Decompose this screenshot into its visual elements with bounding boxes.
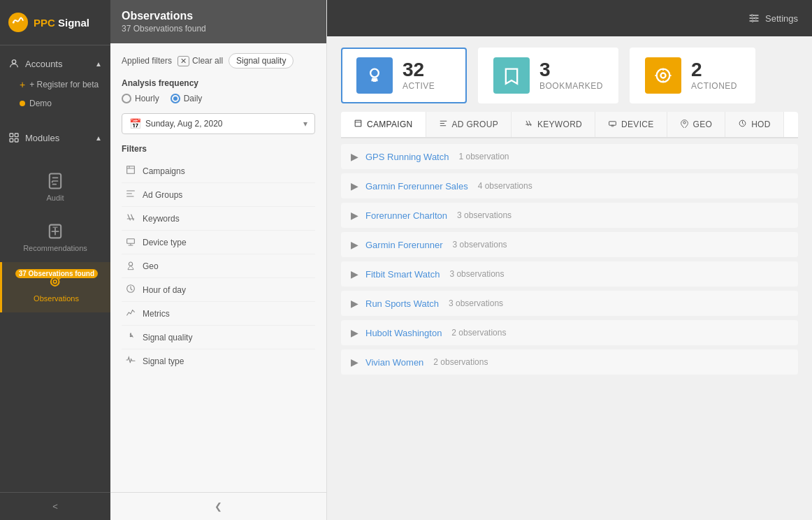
settings-btn[interactable]: Settings (748, 13, 798, 24)
campaign-list-item[interactable]: ▶ Garmin Forerunner 3 observations (341, 232, 798, 257)
modules-icon (8, 132, 20, 143)
filter-item-signal-quality[interactable]: Signal quality (122, 326, 315, 349)
tab-label-geo: Geo (693, 120, 713, 129)
accounts-section: Accounts ▲ + + Register for beta Demo (0, 45, 110, 120)
date-selector[interactable]: 📅 Sunday, Aug 2, 2020 ▾ (122, 113, 315, 134)
register-label: + Register for beta (29, 80, 99, 89)
observations-badge: 37 Observations found (15, 269, 98, 278)
tab-campaign[interactable]: Campaign (341, 112, 426, 138)
svg-rect-3 (15, 133, 18, 137)
campaign-name: Fitbit Smart Watch (365, 269, 440, 280)
tab-ad-group[interactable]: Ad Group (426, 112, 512, 137)
stats-row: 32 Active 3 Bookmarked 2 Actioned (327, 36, 812, 112)
campaign-expand-btn[interactable]: ▶ (351, 268, 358, 280)
filter-item-metrics[interactable]: Metrics (122, 302, 315, 326)
filter-tag-signal-quality[interactable]: Signal quality (229, 53, 293, 68)
stat-number-actioned: 2 (691, 60, 737, 80)
hourly-label: Hourly (135, 94, 159, 103)
tabs-row: Campaign Ad Group Keyword Device Geo HoD (341, 112, 798, 138)
clear-x-icon: ✕ (177, 56, 189, 66)
daily-label: Daily (184, 94, 203, 103)
filter-item-device-type[interactable]: Device type (122, 231, 315, 254)
accounts-header[interactable]: Accounts ▲ (0, 52, 110, 75)
svg-point-11 (129, 262, 132, 266)
daily-radio[interactable]: Daily (171, 94, 203, 103)
content-area: ▶ GPS Running Watch 1 observation ▶ Garm… (327, 138, 812, 520)
hourly-radio[interactable]: Hourly (122, 94, 159, 103)
campaign-expand-btn[interactable]: ▶ (351, 239, 358, 250)
stat-card-active[interactable]: 32 Active (341, 48, 467, 103)
filter-icon-geo (124, 259, 137, 273)
tab-icon-campaign (354, 119, 363, 130)
modules-header[interactable]: Modules ▲ (0, 127, 110, 149)
campaign-expand-btn[interactable]: ▶ (351, 327, 358, 338)
campaign-list-item[interactable]: ▶ Fitbit Smart Watch 3 observations (341, 261, 798, 287)
modules-chevron: ▲ (95, 134, 102, 142)
filter-item-signal-type[interactable]: Signal type (122, 349, 315, 373)
filter-item-ad-groups[interactable]: Ad Groups (122, 183, 315, 207)
campaign-name: GPS Running Watch (365, 152, 449, 162)
campaign-expand-btn[interactable]: ▶ (351, 180, 358, 192)
filter-panel: Observations 37 Observations found Appli… (110, 0, 327, 520)
campaign-obs-count: 2 observations (451, 328, 506, 338)
applied-filters-label: Applied filters (122, 56, 172, 66)
collapse-icon: < (52, 501, 58, 512)
topbar: Settings (327, 0, 812, 36)
sidebar-collapse-btn[interactable]: < (0, 492, 110, 520)
sidebar-item-audit[interactable]: Audit (0, 161, 110, 212)
tab-device[interactable]: Device (595, 112, 667, 137)
svg-point-8 (50, 277, 59, 286)
sidebar-item-recommendations[interactable]: Recommendations (0, 212, 110, 262)
tab-hod[interactable]: HoD (725, 112, 784, 137)
svg-point-16 (752, 20, 754, 22)
svg-point-13 (130, 335, 132, 338)
svg-point-15 (755, 17, 757, 20)
stat-card-bookmarked[interactable]: 3 Bookmarked (478, 48, 618, 103)
campaign-name: Run Sports Watch (365, 298, 439, 309)
register-beta-item[interactable]: + + Register for beta (0, 75, 110, 94)
tab-icon-ad-group (439, 119, 448, 130)
tab-geo[interactable]: Geo (667, 112, 726, 137)
campaign-name: Garmin Forerunner (365, 240, 443, 250)
svg-point-1 (12, 60, 15, 64)
stat-card-actioned[interactable]: 2 Actioned (630, 48, 755, 103)
filter-item-hour-of-day[interactable]: Hour of day (122, 278, 315, 302)
filter-item-keywords[interactable]: Keywords (122, 207, 315, 231)
campaign-expand-btn[interactable]: ▶ (351, 151, 358, 162)
campaign-expand-btn[interactable]: ▶ (351, 356, 358, 368)
frequency-label: Analysis frequency (122, 78, 315, 88)
stat-icon-bookmarked (493, 57, 530, 94)
stat-info-actioned: 2 Actioned (691, 60, 737, 91)
hourly-radio-circle (122, 94, 131, 103)
applied-filters: Applied filters ✕ Clear all Signal quali… (122, 53, 315, 68)
tab-label-hod: HoD (751, 120, 771, 129)
sidebar-item-observations[interactable]: Observations 37 Observations found (0, 262, 110, 312)
campaign-list-item[interactable]: ▶ Forerunner Charlton 3 observations (341, 203, 798, 228)
filters-label: Filters (122, 144, 315, 154)
campaign-list-item[interactable]: ▶ Run Sports Watch 3 observations (341, 291, 798, 316)
campaign-expand-btn[interactable]: ▶ (351, 298, 358, 309)
campaign-list-item[interactable]: ▶ Hubolt Washington 2 observations (341, 320, 798, 345)
tab-keyword[interactable]: Keyword (512, 112, 595, 137)
filter-item-geo[interactable]: Geo (122, 254, 315, 278)
stat-number-bookmarked: 3 (539, 60, 603, 80)
campaign-list-item[interactable]: ▶ Vivian Women 2 observations (341, 349, 798, 375)
campaign-list-item[interactable]: ▶ GPS Running Watch 1 observation (341, 144, 798, 169)
clear-all-btn[interactable]: ✕ Clear all (177, 56, 223, 66)
campaign-expand-btn[interactable]: ▶ (351, 210, 358, 221)
filter-item-campaigns[interactable]: Campaigns (122, 159, 315, 183)
svg-point-19 (661, 73, 666, 78)
audit-label: Audit (46, 194, 64, 202)
accounts-label: Accounts (25, 59, 62, 69)
daily-radio-circle (171, 94, 180, 103)
filter-label-signal-quality: Signal quality (143, 333, 192, 342)
clear-all-label: Clear all (192, 56, 223, 66)
filter-icon-ad-groups (124, 188, 137, 201)
filter-label-campaigns: Campaigns (143, 166, 185, 176)
panel-collapse-btn[interactable]: ❮ (110, 492, 326, 520)
demo-item[interactable]: Demo (0, 94, 110, 113)
accounts-chevron: ▲ (95, 60, 102, 68)
filter-list: Campaigns Ad Groups Keywords Device type… (122, 159, 315, 373)
campaign-name: Hubolt Washington (365, 328, 442, 338)
campaign-list-item[interactable]: ▶ Garmin Forerunner Sales 4 observations (341, 173, 798, 198)
